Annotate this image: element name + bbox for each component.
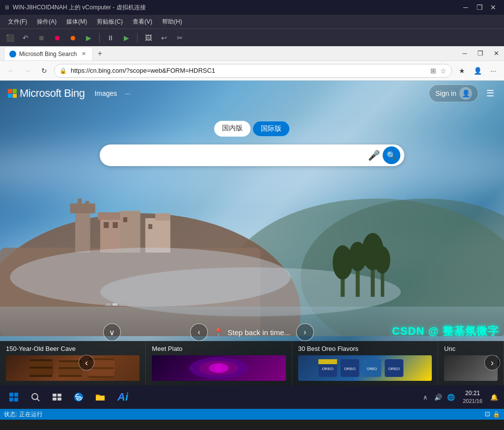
browser-close-button[interactable]: ✕	[488, 46, 504, 61]
plato-svg	[152, 355, 285, 381]
tray-notification[interactable]: 🔔	[488, 391, 500, 403]
refresh-button[interactable]: ↻	[37, 64, 51, 78]
news-next-button[interactable]: ›	[484, 355, 500, 371]
svg-rect-14	[112, 222, 117, 228]
status-icon-2: 🔒	[493, 411, 500, 418]
taskbar-right: ∧ 🔊 🌐 20:21 2021/16 🔔	[420, 389, 500, 405]
titlebar-restore-button[interactable]: ❐	[473, 0, 486, 14]
taskbar-fileexplorer-button[interactable]	[90, 387, 110, 407]
titlebar-close-button[interactable]: ✕	[486, 0, 500, 14]
caption-next-button[interactable]: ›	[296, 323, 314, 341]
toolbar-btn-orange[interactable]: ⏺	[66, 31, 80, 45]
tab-close-button[interactable]: ✕	[80, 50, 87, 58]
taskbar-tray: ∧ 🔊 🌐	[420, 391, 457, 403]
toolbar-btn-pause[interactable]: ⏸	[104, 31, 117, 45]
toolbar-btn-img[interactable]: 🖼	[141, 31, 155, 45]
caption-prev-button[interactable]: ‹	[190, 323, 208, 341]
watermark: CSDN @ 整基氛微字	[392, 324, 499, 339]
svg-rect-34	[59, 375, 82, 377]
toolbar-btn-1[interactable]: ⬛	[3, 31, 17, 45]
new-tab-button[interactable]: +	[93, 47, 107, 60]
svg-rect-55	[9, 398, 13, 401]
taskbar-edge-button[interactable]	[69, 387, 88, 407]
menu-file[interactable]: 文件(F)	[4, 17, 31, 27]
news-card-2[interactable]: Meet Plato	[146, 341, 292, 385]
toolbar-btn-play[interactable]: ▶	[82, 31, 95, 45]
news-card-3[interactable]: 30 Best Oreo Flavors OREO OREO OREO OREO	[292, 341, 438, 385]
titlebar-minimize-button[interactable]: ─	[459, 0, 473, 14]
svg-rect-54	[14, 393, 18, 397]
toolbar-btn-undo[interactable]: ↩	[157, 31, 171, 45]
news-prev-button[interactable]: ‹	[79, 355, 94, 371]
locale-international-button[interactable]: 国际版	[252, 121, 290, 137]
translate-icon[interactable]: ⊞	[430, 67, 436, 75]
favorite-icon[interactable]: ☆	[440, 67, 447, 75]
toolbar-btn-cut[interactable]: ✂	[173, 31, 187, 45]
bing-nav-more[interactable]: ···	[125, 89, 131, 97]
svg-rect-29	[29, 359, 52, 361]
beer-barrels-svg	[6, 355, 140, 381]
svg-rect-45	[318, 359, 337, 364]
profile-button[interactable]: 👤	[471, 64, 484, 78]
sign-in-button[interactable]: Sign in 👤	[429, 85, 478, 102]
ms-green-square	[13, 89, 17, 93]
locale-domestic-button[interactable]: 国内版	[214, 121, 251, 137]
tray-chevron[interactable]: ∧	[420, 391, 431, 403]
browser-tab-bing[interactable]: Microsoft Bing Search ✕	[4, 47, 93, 60]
toolbar-btn-stop[interactable]: ⏹	[34, 31, 48, 45]
title-bar: 🖥 WIN-J8HCOID4NAH 上的 vComputer - 虚拟机连接 ─…	[0, 0, 504, 15]
svg-point-43	[215, 364, 223, 372]
ms-red-square	[8, 89, 12, 93]
search-input[interactable]	[108, 151, 365, 160]
svg-rect-10	[120, 211, 140, 253]
svg-rect-11	[145, 218, 170, 253]
collections-button[interactable]: ★	[455, 64, 469, 78]
toolbar-btn-2[interactable]: ↶	[19, 31, 32, 45]
start-button[interactable]	[4, 387, 24, 407]
cars-area	[106, 303, 124, 306]
tray-speaker[interactable]: 🔊	[432, 391, 444, 403]
menu-help[interactable]: 帮助(H)	[158, 17, 186, 27]
status-right: ⚀ 🔒	[485, 411, 500, 418]
title-bar-left: 🖥 WIN-J8HCOID4NAH 上的 vComputer - 虚拟机连接	[4, 3, 146, 12]
hamburger-menu-button[interactable]: ☰	[484, 86, 496, 101]
search-box: 🎤 🔍	[100, 144, 404, 166]
settings-more-button[interactable]: ···	[486, 64, 500, 78]
svg-rect-53	[9, 393, 13, 397]
tray-network[interactable]: 🌐	[445, 391, 457, 403]
taskbar-taskview-button[interactable]	[47, 387, 67, 407]
search-button[interactable]: 🔍	[383, 146, 400, 164]
status-bar: 状态: 正在运行 ⚀ 🔒	[0, 409, 504, 420]
news-card-1[interactable]: 150-Year-Old Beer Cave	[0, 341, 146, 385]
menu-view[interactable]: 查看(V)	[129, 17, 156, 27]
taskbar-ai-button[interactable]: Ai	[112, 386, 134, 408]
toolbar-btn-play2[interactable]: ▶	[119, 31, 133, 45]
oreo-svg: OREO OREO OREO OREO	[298, 355, 432, 381]
menu-clipboard[interactable]: 剪贴板(C)	[93, 17, 127, 27]
svg-line-58	[37, 399, 40, 401]
browser-minimize-button[interactable]: ─	[457, 46, 473, 61]
status-icon-1: ⚀	[485, 411, 490, 418]
back-button[interactable]: ←	[4, 64, 18, 78]
svg-rect-6	[78, 199, 82, 206]
toolbar-btn-red[interactable]: ⏺	[50, 31, 64, 45]
browser-tabs-bar: Microsoft Bing Search ✕ + ─ ❐ ✕	[0, 46, 504, 61]
url-bar[interactable]: 🔒 https://cn.bing.com/?scope=web&FORM=HD…	[54, 64, 452, 78]
bing-logo: Microsoft Bing	[8, 87, 84, 100]
taskbar-search-button[interactable]	[26, 387, 45, 407]
browser-restore-button[interactable]: ❐	[473, 46, 488, 61]
microphone-button[interactable]: 🎤	[365, 146, 383, 164]
bing-logo-text: Microsoft Bing	[20, 87, 84, 100]
caption-text: 📍 Step back in time...	[214, 328, 290, 337]
menu-action[interactable]: 操作(A)	[33, 17, 60, 27]
svg-point-26	[374, 246, 391, 274]
bing-nav-images[interactable]: Images	[94, 89, 117, 97]
menu-media[interactable]: 媒体(M)	[62, 17, 91, 27]
taskbar: Ai ∧ 🔊 🌐 20:21 2021/16 🔔	[0, 385, 504, 409]
svg-rect-62	[57, 398, 61, 401]
clock-area[interactable]: 20:21 2021/16	[459, 389, 486, 405]
tab-favicon	[9, 51, 16, 57]
address-bar: ← → ↻ 🔒 https://cn.bing.com/?scope=web&F…	[0, 61, 504, 81]
forward-button[interactable]: →	[21, 64, 34, 78]
svg-rect-5	[70, 203, 95, 213]
